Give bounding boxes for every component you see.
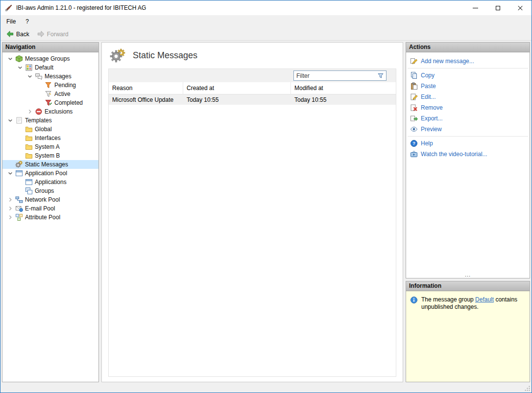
tree-item-active[interactable]: Active (2, 90, 98, 98)
tree-item-messages[interactable]: Messages (2, 72, 98, 81)
action-watch-video-tutorial[interactable]: Watch the video-tutorial... (406, 149, 530, 160)
funnel-completed-icon (45, 99, 52, 107)
tree-item-label: Default (35, 64, 53, 71)
tree-item-static-messages[interactable]: Static Messages (2, 160, 98, 169)
tree-item-label: Static Messages (25, 161, 68, 168)
column-header-modified-at[interactable]: Modified at (291, 82, 396, 94)
tree-item-application-pool[interactable]: Application Pool (2, 169, 98, 178)
chevron-down-icon[interactable] (6, 55, 14, 63)
tree-item-label: Interfaces (35, 135, 61, 141)
action-add-new-message[interactable]: Add new message... (406, 56, 530, 67)
expander-spacer (36, 81, 44, 89)
menu-help[interactable]: ? (21, 16, 34, 27)
actions-panel: Actions Add new message... Copy Paste (406, 42, 530, 278)
messages-table: Reason Created at Modified at Microsoft … (108, 69, 396, 377)
expander-spacer (16, 125, 24, 133)
forward-button[interactable]: Forward (34, 29, 72, 39)
navigation-panel: Navigation Message Groups Default Messag… (2, 42, 99, 382)
tree-item-global[interactable]: Global (2, 125, 98, 134)
action-paste[interactable]: Paste (406, 81, 530, 92)
attribute-icon (15, 213, 23, 221)
message-groups-icon (15, 55, 23, 63)
action-preview[interactable]: Preview (406, 124, 530, 135)
action-remove[interactable]: Remove (406, 102, 530, 113)
forward-label: Forward (47, 31, 69, 38)
divider (408, 68, 528, 69)
tree-item-network-pool[interactable]: Network Pool (2, 195, 98, 204)
resize-grip[interactable] (524, 385, 531, 392)
filter-field (293, 70, 387, 81)
action-export[interactable]: Export... (406, 113, 530, 124)
add-message-icon (410, 57, 418, 65)
default-group-link[interactable]: Default (475, 296, 494, 303)
exclusions-icon (35, 108, 43, 116)
tree-item-label: Attribute Pool (25, 214, 60, 221)
chevron-down-icon[interactable] (26, 72, 34, 80)
navigation-header: Navigation (2, 43, 98, 52)
title-bar[interactable]: IBI-aws Admin 1.21.0 - registered for IB… (0, 0, 532, 15)
tree-item-templates[interactable]: Templates (2, 116, 98, 125)
minimize-button[interactable] (464, 0, 486, 15)
tree-item-system-b[interactable]: System B (2, 151, 98, 160)
network-icon (15, 196, 23, 204)
close-icon (517, 5, 523, 11)
filter-input[interactable] (294, 71, 377, 80)
navigation-tree: Message Groups Default Messages Pending (2, 52, 98, 222)
tree-item-message-groups[interactable]: Message Groups (2, 54, 98, 63)
tree-item-default[interactable]: Default (2, 63, 98, 72)
column-header-created-at[interactable]: Created at (183, 82, 291, 94)
app-window: IBI-aws Admin 1.21.0 - registered for IB… (0, 0, 532, 393)
chevron-right-icon[interactable] (26, 108, 34, 116)
tree-item-completed[interactable]: Completed (2, 98, 98, 107)
action-help[interactable]: ? Help (406, 138, 530, 149)
action-label: Add new message... (421, 58, 474, 65)
expander-spacer (36, 90, 44, 98)
chevron-right-icon[interactable] (6, 205, 14, 212)
chevron-right-icon[interactable] (6, 213, 14, 221)
tree-item-attribute-pool[interactable]: Attribute Pool (2, 213, 98, 222)
edit-icon (410, 93, 418, 101)
content-panel: Static Messages Reason Created at Modifi… (101, 42, 403, 382)
tree-item-pending[interactable]: Pending (2, 81, 98, 90)
back-button[interactable]: Back (3, 29, 32, 39)
tree-item-applications[interactable]: Applications (2, 178, 98, 186)
svg-text:?: ? (412, 141, 415, 146)
tree-item-label: Templates (25, 117, 52, 124)
information-panel: Information The message group Default co… (406, 281, 530, 382)
menu-file[interactable]: File (1, 16, 21, 27)
info-icon (410, 296, 418, 304)
tree-item-system-a[interactable]: System A (2, 142, 98, 151)
tree-item-email-pool[interactable]: E-mail Pool (2, 204, 98, 213)
chevron-right-icon[interactable] (6, 196, 14, 204)
export-icon (410, 115, 418, 122)
action-label: Copy (421, 72, 435, 79)
close-button[interactable] (509, 0, 532, 15)
tree-item-label: Pending (54, 82, 76, 89)
window-controls (464, 0, 532, 15)
tree-item-label: Applications (35, 179, 67, 185)
tree-item-exclusions[interactable]: Exclusions (2, 107, 98, 116)
tree-item-label: Active (54, 91, 71, 97)
table-row[interactable]: Microsoft Office Update Today 10:55 Toda… (109, 94, 396, 105)
actions-overflow-indicator[interactable]: ... (406, 272, 530, 277)
paste-icon (410, 82, 418, 90)
folder-icon (25, 125, 33, 133)
window-title: IBI-aws Admin 1.21.0 - registered for IB… (16, 4, 146, 11)
chevron-down-icon[interactable] (16, 64, 24, 71)
video-tutorial-icon (410, 150, 418, 158)
cell-reason: Microsoft Office Update (109, 94, 183, 105)
action-copy[interactable]: Copy (406, 70, 530, 81)
information-header: Information (406, 281, 530, 291)
tree-item-interfaces[interactable]: Interfaces (2, 134, 98, 142)
action-label: Paste (421, 83, 436, 90)
chevron-down-icon[interactable] (6, 116, 14, 124)
column-header-reason[interactable]: Reason (109, 82, 183, 94)
tree-item-groups[interactable]: Groups (2, 186, 98, 195)
chevron-down-icon[interactable] (6, 169, 14, 177)
funnel-active-icon (45, 90, 52, 98)
filter-bar (109, 69, 396, 82)
maximize-button[interactable] (486, 0, 509, 15)
action-edit[interactable]: Edit... (406, 92, 530, 102)
funnel-icon[interactable] (377, 72, 384, 79)
cell-created-at: Today 10:55 (183, 94, 291, 105)
